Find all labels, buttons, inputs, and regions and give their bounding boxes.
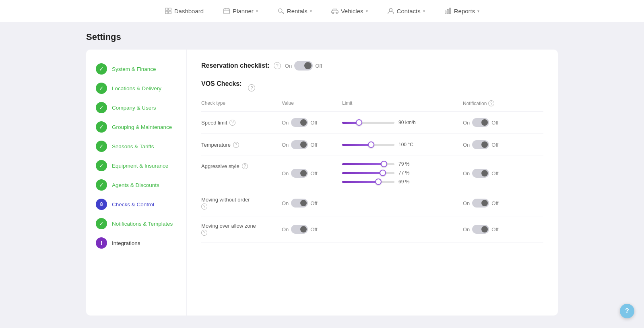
aggressive-notif-cell: On Off [463,161,543,178]
aggressive-toggle[interactable] [291,169,308,178]
slider-thumb [356,119,362,126]
menu-item-grouping[interactable]: ✓ Grouping & Maintenance [93,117,180,137]
check-icon: ✓ [99,182,104,188]
help-button[interactable]: ? [620,304,634,318]
slider-thumb [368,141,374,148]
temp-notif-toggle[interactable] [472,140,489,149]
moving-oz-help-icon[interactable]: ? [201,230,207,236]
sidebar-left [0,22,78,328]
temp-off-label: Off [310,142,317,148]
aggressive-val-3: 69 % [398,179,419,185]
menu-item-integrations[interactable]: ! Integrations [93,233,180,253]
moving-oz-label: Moving over allow zone [201,223,256,229]
nav-item-dashboard[interactable]: Dashboard [161,5,207,17]
planner-chevron: ▾ [256,9,258,13]
menu-locations-label: Locations & Delivery [112,85,161,91]
menu-item-agents[interactable]: ✓ Agents & Discounts [93,175,180,195]
svg-point-9 [389,8,392,11]
check-icon: ✓ [99,124,104,130]
calendar-icon [223,7,230,15]
menu-item-company[interactable]: ✓ Company & Users [93,98,180,117]
aggressive-help-icon[interactable]: ? [242,163,248,169]
speed-notif-toggle[interactable] [472,118,489,127]
notification-help-icon[interactable]: ? [488,100,494,106]
nav-item-reports[interactable]: Reports ▾ [441,5,483,17]
aggressive-limit-row-1: 79 % [342,161,463,167]
speed-limit-type: Speed limit ? [201,120,282,126]
col-notification-label: Notification [463,101,487,106]
vos-checks-label: VOS Checks: [201,80,242,87]
col-check-type: Check type [201,100,282,106]
vos-help-icon[interactable]: ? [248,84,255,91]
reservation-toggle[interactable] [294,61,313,71]
toggle-thumb [481,141,488,148]
aggressive-type: Aggressive style ? [201,161,282,169]
reservation-toggle-group: On Off [285,61,322,71]
nav-item-contacts[interactable]: Contacts ▾ [384,5,428,17]
speed-notif-cell: On Off [463,118,543,127]
aggressive-slider-3[interactable] [342,179,394,185]
reservation-help-icon[interactable]: ? [274,62,281,69]
checks-badge: 8 [100,201,103,207]
moving-wo-notif-toggle[interactable] [472,199,489,208]
aggressive-val-1: 79 % [398,161,419,167]
moving-wo-on: On [282,200,289,206]
moving-oz-toggle[interactable] [291,225,308,234]
moving-wo-off: Off [310,200,317,206]
temp-notif-off: Off [491,142,498,148]
slider-fill [342,172,383,174]
temp-notif-cell: On Off [463,140,543,149]
speed-on-label: On [282,120,289,126]
svg-rect-1 [169,8,171,10]
menu-item-seasons[interactable]: ✓ Seasons & Tariffs [93,137,180,156]
menu-item-locations[interactable]: ✓ Locations & Delivery [93,79,180,98]
speed-limit-help-icon[interactable]: ? [229,120,235,126]
page-layout: Settings ✓ System & Finance ✓ Locations … [0,22,644,328]
menu-item-notifications[interactable]: ✓ Notifications & Templates [93,214,180,233]
menu-item-equipment[interactable]: ✓ Equipment & Insurance [93,156,180,175]
menu-item-checks[interactable]: 8 Checks & Control [93,195,180,214]
temp-value-cell: On Off [282,140,342,149]
contacts-chevron: ▾ [423,9,425,13]
speed-toggle[interactable] [291,118,308,127]
toggle-thumb [300,141,307,148]
menu-item-system[interactable]: ✓ System & Finance [93,59,180,79]
key-icon [277,7,285,15]
moving-oz-notif-toggle[interactable] [472,225,489,234]
check-icon: ✓ [99,66,104,72]
moving-wo-notif-off: Off [491,200,498,206]
nav-vehicles-label: Vehicles [341,8,363,15]
temp-label: Temperature [201,142,231,148]
aggressive-notif-toggle[interactable] [472,169,489,178]
svg-rect-3 [169,11,171,14]
temp-toggle[interactable] [291,140,308,149]
slider-track [342,122,394,124]
equipment-icon-circle: ✓ [96,160,107,171]
slider-track [342,144,394,146]
toggle-thumb [481,170,488,176]
vos-row-moving-without-order: Moving without order ? On Off On [201,190,543,216]
temp-on-label: On [282,142,289,148]
speed-slider-value: 90 km/h [398,120,419,125]
vos-row-moving-over-zone: Moving over allow zone ? On Off On [201,216,543,243]
nav-item-rentals[interactable]: Rentals ▾ [274,5,315,17]
speed-slider[interactable] [342,119,394,126]
reservation-off-label: Off [315,63,322,69]
reservation-checklist-row: Reservation checklist: ? On Off [201,61,543,71]
temp-help-icon[interactable]: ? [233,142,239,148]
moving-wo-toggle[interactable] [291,199,308,208]
temp-slider-value: 100 °C [398,142,419,147]
toggle-thumb [481,119,488,126]
nav-item-vehicles[interactable]: Vehicles ▾ [328,5,371,17]
svg-rect-12 [449,8,450,14]
col-notification: Notification ? [463,100,543,106]
temp-limit-row: 100 °C [342,141,463,148]
moving-wo-notif-on: On [463,200,470,206]
menu-company-label: Company & Users [112,105,156,111]
aggressive-slider-2[interactable] [342,170,394,176]
svg-rect-0 [165,8,168,10]
aggressive-slider-1[interactable] [342,161,394,167]
moving-wo-help-icon[interactable]: ? [201,203,207,210]
nav-item-planner[interactable]: Planner ▾ [220,5,261,17]
temp-slider[interactable] [342,141,394,148]
